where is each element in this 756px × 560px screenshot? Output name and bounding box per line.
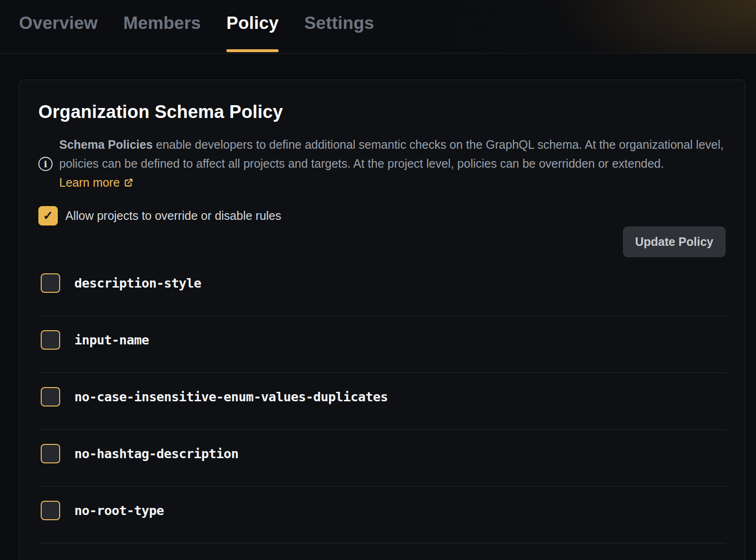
rule-name: no-hashtag-description: [74, 446, 239, 461]
rule-row: no-root-type: [38, 487, 726, 543]
button-row: Update Policy: [38, 226, 726, 257]
update-policy-button[interactable]: Update Policy: [623, 226, 726, 257]
rule-row: description-style: [38, 259, 726, 316]
override-checkbox[interactable]: ✓: [38, 206, 58, 226]
tab-members[interactable]: Members: [123, 13, 201, 54]
policy-description-text: Schema Policies enable developers to def…: [59, 135, 726, 193]
rule-checkbox[interactable]: [41, 501, 60, 520]
tab-bar: Overview Members Policy Settings: [0, 0, 756, 54]
override-checkbox-label: Allow projects to override or disable ru…: [65, 209, 281, 223]
rule-row: input-name: [38, 316, 726, 373]
description-lead: Schema Policies: [59, 138, 153, 151]
tab-overview[interactable]: Overview: [19, 13, 98, 54]
rule-row: no-case-insensitive-enum-values-duplicat…: [38, 373, 726, 430]
learn-more-link[interactable]: Learn more: [59, 176, 134, 189]
rule-checkbox[interactable]: [41, 330, 60, 350]
tab-settings[interactable]: Settings: [304, 13, 374, 54]
rule-name: input-name: [74, 333, 149, 347]
override-row: ✓ Allow projects to override or disable …: [38, 206, 726, 226]
tab-policy[interactable]: Policy: [226, 13, 279, 54]
rule-name: description-style: [74, 276, 201, 290]
rule-checkbox[interactable]: [41, 273, 60, 293]
rule-checkbox[interactable]: [41, 387, 60, 406]
rule-name: no-root-type: [74, 503, 164, 518]
info-icon: i: [38, 157, 53, 171]
external-link-icon: [124, 174, 134, 193]
page-title: Organization Schema Policy: [38, 102, 726, 122]
rules-list: description-style input-name no-case-ins…: [38, 259, 726, 543]
description-body: enable developers to define additional s…: [59, 138, 724, 170]
rule-row: no-hashtag-description: [38, 430, 726, 487]
learn-more-label: Learn more: [59, 176, 120, 189]
rule-checkbox[interactable]: [41, 444, 60, 463]
policy-card: Organization Schema Policy i Schema Poli…: [19, 80, 745, 560]
rule-name: no-case-insensitive-enum-values-duplicat…: [74, 389, 388, 404]
policy-description: i Schema Policies enable developers to d…: [38, 135, 726, 193]
